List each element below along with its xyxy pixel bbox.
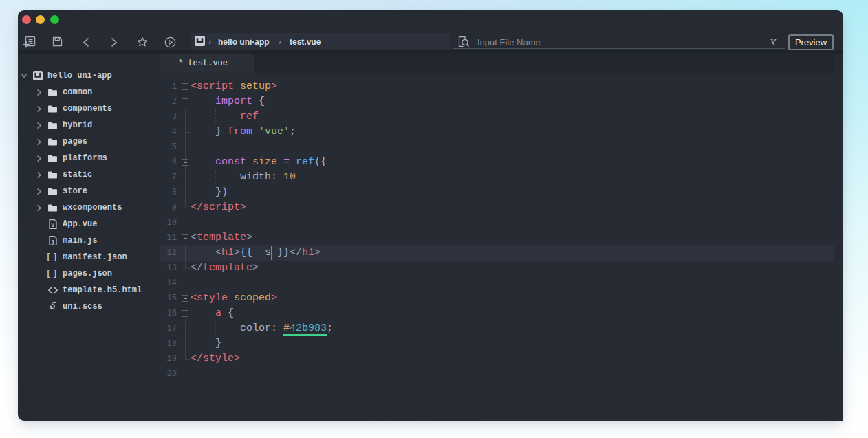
svg-text:j: j xyxy=(51,239,54,245)
svg-text:v: v xyxy=(51,222,54,229)
